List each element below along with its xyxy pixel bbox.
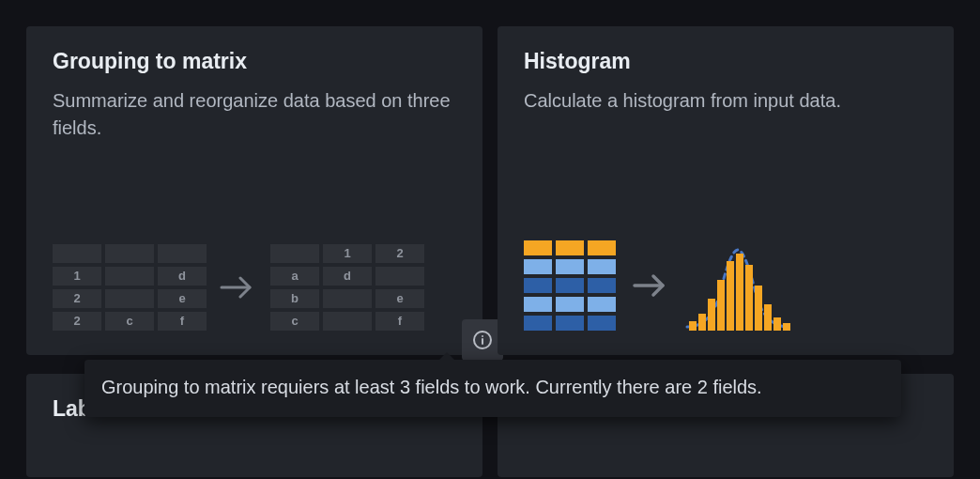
- svg-rect-51: [588, 278, 616, 293]
- svg-rect-68: [773, 317, 781, 331]
- svg-rect-2: [158, 244, 207, 263]
- svg-rect-64: [736, 254, 743, 331]
- svg-rect-61: [708, 299, 715, 331]
- svg-rect-48: [588, 259, 616, 274]
- svg-text:e: e: [396, 291, 403, 305]
- svg-rect-20: [270, 244, 319, 263]
- card-grouping-to-matrix[interactable]: Grouping to matrix Summarize and reorgan…: [26, 26, 482, 355]
- svg-rect-62: [717, 280, 725, 331]
- svg-rect-54: [588, 297, 616, 312]
- svg-point-42: [482, 335, 483, 337]
- svg-text:f: f: [398, 314, 403, 328]
- grouping-illustration: 1 d 2 e 2 c f: [53, 244, 428, 334]
- svg-rect-46: [524, 259, 552, 274]
- card-histogram[interactable]: Histogram Calculate a histogram from inp…: [498, 26, 954, 355]
- svg-rect-65: [745, 265, 753, 331]
- card-description: Summarize and reorganize data based on t…: [53, 87, 456, 142]
- svg-text:2: 2: [396, 246, 403, 260]
- svg-rect-66: [755, 286, 762, 331]
- svg-rect-57: [588, 316, 616, 331]
- svg-rect-45: [588, 240, 616, 255]
- svg-rect-10: [105, 289, 154, 308]
- svg-text:f: f: [180, 314, 185, 328]
- svg-rect-49: [524, 278, 552, 293]
- tooltip-text: Grouping to matrix requiers at least 3 f…: [101, 377, 762, 397]
- svg-text:2: 2: [73, 314, 80, 328]
- svg-text:c: c: [126, 314, 132, 328]
- histogram-illustration: [524, 240, 796, 334]
- svg-text:2: 2: [73, 291, 80, 305]
- svg-text:1: 1: [73, 269, 80, 283]
- svg-rect-52: [524, 297, 552, 312]
- svg-text:a: a: [291, 269, 299, 283]
- card-title: Grouping to matrix: [53, 49, 456, 74]
- svg-rect-5: [105, 267, 154, 286]
- svg-rect-59: [689, 321, 697, 331]
- svg-text:d: d: [344, 269, 351, 283]
- svg-rect-0: [53, 244, 101, 263]
- svg-rect-1: [105, 244, 154, 263]
- svg-rect-37: [323, 312, 372, 331]
- svg-rect-69: [783, 323, 790, 331]
- svg-rect-32: [323, 289, 372, 308]
- svg-text:e: e: [178, 291, 185, 305]
- svg-rect-43: [524, 240, 552, 255]
- svg-text:1: 1: [344, 246, 350, 260]
- svg-rect-60: [698, 314, 706, 331]
- svg-rect-44: [556, 240, 584, 255]
- svg-text:b: b: [291, 291, 299, 305]
- svg-rect-53: [556, 297, 584, 312]
- card-description: Calculate a histogram from input data.: [524, 87, 927, 115]
- svg-rect-55: [524, 316, 552, 331]
- svg-text:c: c: [291, 314, 298, 328]
- svg-rect-67: [764, 304, 772, 331]
- svg-rect-56: [556, 316, 584, 331]
- svg-rect-29: [375, 267, 424, 286]
- tooltip: Grouping to matrix requiers at least 3 f…: [84, 360, 901, 417]
- card-title: Histogram: [524, 49, 927, 74]
- svg-rect-50: [556, 278, 584, 293]
- svg-rect-63: [727, 261, 734, 331]
- svg-text:d: d: [178, 269, 186, 283]
- svg-rect-47: [556, 259, 584, 274]
